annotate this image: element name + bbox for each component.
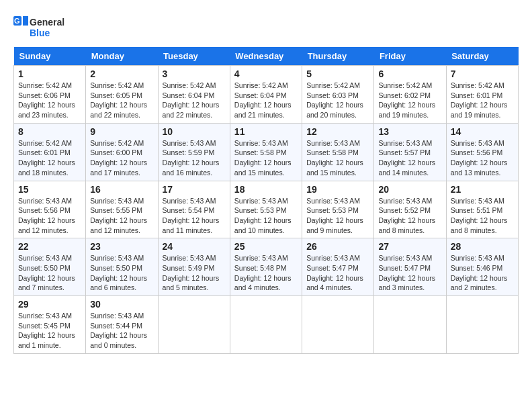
day-info: Sunrise: 5:42 AMSunset: 6:01 PMDaylight:… (18, 138, 81, 178)
calendar-cell: 30Sunrise: 5:43 AMSunset: 5:44 PMDayligh… (86, 296, 158, 354)
day-info: Sunrise: 5:43 AMSunset: 5:50 PMDaylight:… (90, 253, 153, 293)
day-number: 10 (163, 126, 226, 137)
header-wednesday: Wednesday (230, 47, 302, 66)
day-number: 20 (378, 184, 441, 195)
header-saturday: Saturday (446, 47, 518, 66)
day-info: Sunrise: 5:43 AMSunset: 5:50 PMDaylight:… (18, 253, 81, 293)
calendar-cell: 2Sunrise: 5:42 AMSunset: 6:05 PMDaylight… (86, 66, 158, 124)
calendar-cell (158, 296, 230, 354)
calendar-cell (230, 296, 302, 354)
day-info: Sunrise: 5:43 AMSunset: 5:51 PMDaylight:… (451, 196, 514, 236)
calendar-week-row: 29Sunrise: 5:43 AMSunset: 5:45 PMDayligh… (14, 296, 519, 354)
day-info: Sunrise: 5:42 AMSunset: 6:04 PMDaylight:… (234, 81, 298, 120)
day-info: Sunrise: 5:43 AMSunset: 5:44 PMDaylight:… (90, 311, 153, 351)
calendar-cell (446, 296, 518, 354)
day-info: Sunrise: 5:43 AMSunset: 5:54 PMDaylight:… (163, 196, 226, 236)
day-number: 9 (90, 126, 153, 137)
day-info: Sunrise: 5:43 AMSunset: 5:46 PMDaylight:… (451, 253, 514, 293)
day-number: 3 (163, 68, 226, 79)
day-number: 30 (90, 299, 153, 310)
day-number: 2 (90, 68, 153, 79)
day-info: Sunrise: 5:43 AMSunset: 5:53 PMDaylight:… (306, 196, 369, 236)
header-friday: Friday (374, 47, 446, 66)
calendar-cell: 20Sunrise: 5:43 AMSunset: 5:52 PMDayligh… (374, 181, 446, 238)
day-number: 12 (306, 126, 369, 137)
svg-text:General: General (30, 17, 64, 28)
day-info: Sunrise: 5:42 AMSunset: 6:03 PMDaylight:… (306, 81, 369, 120)
day-number: 13 (378, 126, 441, 137)
calendar-cell: 24Sunrise: 5:43 AMSunset: 5:49 PMDayligh… (158, 238, 230, 296)
calendar-cell: 3Sunrise: 5:42 AMSunset: 6:04 PMDaylight… (158, 66, 230, 124)
day-info: Sunrise: 5:43 AMSunset: 5:47 PMDaylight:… (378, 253, 441, 293)
day-info: Sunrise: 5:42 AMSunset: 6:00 PMDaylight:… (90, 138, 153, 178)
day-number: 14 (451, 126, 514, 137)
day-info: Sunrise: 5:43 AMSunset: 5:49 PMDaylight:… (163, 253, 226, 293)
calendar-cell: 12Sunrise: 5:43 AMSunset: 5:58 PMDayligh… (302, 123, 374, 181)
calendar-cell: 25Sunrise: 5:43 AMSunset: 5:48 PMDayligh… (230, 238, 302, 296)
day-number: 5 (306, 68, 369, 79)
calendar-cell: 1Sunrise: 5:42 AMSunset: 6:06 PMDaylight… (14, 66, 86, 124)
day-number: 8 (18, 126, 81, 137)
page-header: General Blue G (13, 13, 519, 40)
day-info: Sunrise: 5:43 AMSunset: 5:58 PMDaylight:… (306, 138, 369, 178)
svg-text:Blue: Blue (30, 28, 50, 38)
calendar-cell: 22Sunrise: 5:43 AMSunset: 5:50 PMDayligh… (14, 238, 86, 296)
day-number: 16 (90, 184, 153, 195)
calendar-cell: 6Sunrise: 5:42 AMSunset: 6:02 PMDaylight… (374, 66, 446, 124)
day-info: Sunrise: 5:43 AMSunset: 5:56 PMDaylight:… (451, 138, 514, 178)
day-info: Sunrise: 5:42 AMSunset: 6:01 PMDaylight:… (451, 81, 514, 120)
calendar-cell (374, 296, 446, 354)
day-info: Sunrise: 5:43 AMSunset: 5:56 PMDaylight:… (18, 196, 81, 236)
day-info: Sunrise: 5:43 AMSunset: 5:53 PMDaylight:… (234, 196, 298, 236)
calendar-cell: 10Sunrise: 5:43 AMSunset: 5:59 PMDayligh… (158, 123, 230, 181)
calendar-cell (302, 296, 374, 354)
calendar-cell: 14Sunrise: 5:43 AMSunset: 5:56 PMDayligh… (446, 123, 518, 181)
day-number: 23 (90, 241, 153, 252)
day-number: 25 (234, 241, 298, 252)
calendar-cell: 11Sunrise: 5:43 AMSunset: 5:58 PMDayligh… (230, 123, 302, 181)
day-number: 28 (451, 241, 514, 252)
svg-text:G: G (14, 17, 20, 25)
calendar-cell: 27Sunrise: 5:43 AMSunset: 5:47 PMDayligh… (374, 238, 446, 296)
day-number: 27 (378, 241, 441, 252)
calendar-cell: 13Sunrise: 5:43 AMSunset: 5:57 PMDayligh… (374, 123, 446, 181)
day-number: 1 (18, 68, 81, 79)
header-tuesday: Tuesday (158, 47, 230, 66)
calendar-cell: 18Sunrise: 5:43 AMSunset: 5:53 PMDayligh… (230, 181, 302, 238)
calendar-cell: 21Sunrise: 5:43 AMSunset: 5:51 PMDayligh… (446, 181, 518, 238)
day-number: 17 (163, 184, 226, 195)
day-info: Sunrise: 5:43 AMSunset: 5:57 PMDaylight:… (378, 138, 441, 178)
calendar-week-row: 1Sunrise: 5:42 AMSunset: 6:06 PMDaylight… (14, 66, 519, 124)
calendar-cell: 4Sunrise: 5:42 AMSunset: 6:04 PMDaylight… (230, 66, 302, 124)
day-info: Sunrise: 5:43 AMSunset: 5:55 PMDaylight:… (90, 196, 153, 236)
day-info: Sunrise: 5:42 AMSunset: 6:06 PMDaylight:… (18, 81, 81, 120)
day-info: Sunrise: 5:43 AMSunset: 5:58 PMDaylight:… (234, 138, 298, 178)
day-number: 7 (451, 68, 514, 79)
day-number: 4 (234, 68, 298, 79)
day-info: Sunrise: 5:43 AMSunset: 5:59 PMDaylight:… (163, 138, 226, 178)
header-monday: Monday (86, 47, 158, 66)
day-number: 24 (163, 241, 226, 252)
calendar-header-row: SundayMondayTuesdayWednesdayThursdayFrid… (14, 47, 519, 66)
calendar-cell: 26Sunrise: 5:43 AMSunset: 5:47 PMDayligh… (302, 238, 374, 296)
header-sunday: Sunday (14, 47, 86, 66)
calendar-cell: 9Sunrise: 5:42 AMSunset: 6:00 PMDaylight… (86, 123, 158, 181)
day-number: 11 (234, 126, 298, 137)
day-number: 21 (451, 184, 514, 195)
day-info: Sunrise: 5:43 AMSunset: 5:45 PMDaylight:… (18, 311, 81, 351)
day-info: Sunrise: 5:43 AMSunset: 5:52 PMDaylight:… (378, 196, 441, 236)
day-number: 29 (18, 299, 81, 310)
day-info: Sunrise: 5:43 AMSunset: 5:48 PMDaylight:… (234, 253, 298, 293)
day-info: Sunrise: 5:42 AMSunset: 6:04 PMDaylight:… (163, 81, 226, 120)
header-thursday: Thursday (302, 47, 374, 66)
day-number: 26 (306, 241, 369, 252)
day-info: Sunrise: 5:42 AMSunset: 6:05 PMDaylight:… (90, 81, 153, 120)
day-number: 19 (306, 184, 369, 195)
calendar-cell: 19Sunrise: 5:43 AMSunset: 5:53 PMDayligh… (302, 181, 374, 238)
calendar-cell: 7Sunrise: 5:42 AMSunset: 6:01 PMDaylight… (446, 66, 518, 124)
calendar-cell: 15Sunrise: 5:43 AMSunset: 5:56 PMDayligh… (14, 181, 86, 238)
day-number: 6 (378, 68, 441, 79)
logo-svg: General Blue G (13, 13, 67, 40)
day-number: 15 (18, 184, 81, 195)
calendar-cell: 29Sunrise: 5:43 AMSunset: 5:45 PMDayligh… (14, 296, 86, 354)
